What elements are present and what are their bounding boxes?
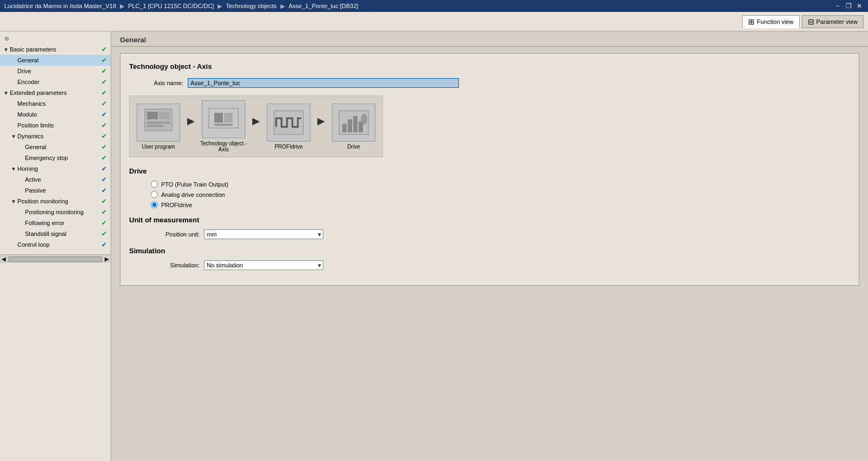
svg-rect-7 <box>224 113 233 123</box>
status-icon-green: ✔ <box>100 132 108 140</box>
status-icon-green: ✔ <box>100 45 108 54</box>
parameter-view-icon: ⊟ <box>808 17 814 26</box>
sidebar-item-dynamics[interactable]: ▼ Dynamics ✔ <box>0 131 111 142</box>
scroll-thumb[interactable] <box>9 257 102 262</box>
restore-button[interactable]: ❐ <box>844 2 853 10</box>
sidebar-item-label: General <box>25 144 100 150</box>
sidebar-item-label: Standstill signal <box>25 230 100 237</box>
drive-section-title: Drive <box>129 167 850 175</box>
minimize-button[interactable]: − <box>833 2 842 10</box>
sidebar-item-passive[interactable]: Passive ✔ <box>0 185 111 196</box>
sidebar-item-standstill-signal[interactable]: Standstill signal ✔ <box>0 228 111 239</box>
parameter-view-label: Parameter view <box>816 18 858 25</box>
svg-rect-1 <box>147 112 158 119</box>
sidebar-item-label: Basic parameters <box>10 46 100 53</box>
radio-analog-label: Analog drive connection <box>161 191 225 198</box>
svg-rect-9 <box>274 111 303 135</box>
sidebar-item-position-limits[interactable]: Position limits ✔ <box>0 120 111 131</box>
sidebar-item-extended-params[interactable]: ▼ Extended parameters ✔ <box>0 87 111 98</box>
status-icon-green: ✔ <box>100 99 108 108</box>
function-view-button[interactable]: ⊞ Function view <box>742 15 799 28</box>
diagram-label-user-prog: User program <box>142 144 175 150</box>
diagram-label-profidrive: PROFIdrive <box>275 144 303 150</box>
status-icon-blue: ✔ <box>100 110 108 119</box>
diagram-box-tech-obj: Technology object -Axis <box>199 100 248 152</box>
close-button[interactable]: ✕ <box>855 2 864 10</box>
title-part-3: Technology objects <box>226 3 277 9</box>
drive-icon <box>332 104 375 142</box>
diagram-label-tech-obj: Technology object -Axis <box>200 140 247 152</box>
sidebar-item-positioning-monitoring[interactable]: Positioning monitoring ✔ <box>0 207 111 217</box>
position-unit-select[interactable]: mm cm m inch ° <box>204 229 323 239</box>
status-icon-green: ✔ <box>100 208 108 216</box>
window-controls: − ❐ ✕ <box>833 2 864 10</box>
status-icon-blue: ✔ <box>100 186 108 195</box>
sidebar-item-label: Dynamics <box>17 133 100 139</box>
simulation-row: Simulation: No simulation Simulation wit… <box>129 260 850 270</box>
axis-name-row: Axis name: <box>129 78 850 88</box>
tech-object-icon <box>202 100 245 138</box>
status-icon-green: ✔ <box>100 88 108 97</box>
arrow-icon-3: ▶ <box>317 115 325 127</box>
sidebar-item-position-monitoring[interactable]: ▼ Position monitoring ✔ <box>0 196 111 207</box>
radio-analog[interactable] <box>151 191 158 198</box>
sidebar-item-following-error[interactable]: Following error ✔ <box>0 217 111 228</box>
status-icon-blue: ✔ <box>100 175 108 184</box>
svg-rect-13 <box>353 116 358 132</box>
status-icon-green: ✔ <box>100 56 108 65</box>
main-layout: ⚙ ▼ Basic parameters ✔ General ✔ Drive ✔… <box>0 31 868 461</box>
sidebar-item-dyn-general[interactable]: General ✔ <box>0 142 111 152</box>
sidebar-item-label: Modulo <box>17 111 100 118</box>
sidebar-item-label: Homing <box>17 165 100 172</box>
panel-title: Technology object - Axis <box>129 62 850 71</box>
function-view-icon: ⊞ <box>748 17 755 26</box>
toggle-icon: ▼ <box>10 199 17 204</box>
status-icon-blue: ✔ <box>100 240 108 249</box>
radio-row-analog: Analog drive connection <box>151 191 850 198</box>
radio-profidrive-label: PROFIdrive <box>161 202 192 208</box>
sidebar-item-mechanics[interactable]: Mechanics ✔ <box>0 98 111 109</box>
radio-pto[interactable] <box>151 181 158 188</box>
radio-row-profidrive: PROFIdrive <box>151 201 850 208</box>
user-program-icon <box>137 104 180 142</box>
simulation-select[interactable]: No simulation Simulation with virtual ax… <box>204 260 323 270</box>
status-icon-green: ✔ <box>100 197 108 206</box>
main-panel: Technology object - Axis Axis name: <box>120 53 859 286</box>
sidebar-item-label: Drive <box>17 68 100 74</box>
parameter-view-button[interactable]: ⊟ Parameter view <box>802 15 864 28</box>
radio-profidrive[interactable] <box>151 201 158 208</box>
sidebar-item-drive[interactable]: Drive ✔ <box>0 66 111 76</box>
scroll-left-button[interactable]: ◀ <box>0 256 8 262</box>
simulation-section-title: Simulation <box>129 247 850 255</box>
toggle-icon: ▼ <box>10 166 17 172</box>
sidebar-item-homing[interactable]: ▼ Homing ✔ <box>0 163 111 174</box>
title-text: Lucidatrice da Marmo in Isola Master_V18… <box>4 3 358 10</box>
diagram-box-drive: Drive <box>329 104 378 150</box>
position-unit-label: Position unit: <box>129 231 200 238</box>
sidebar-item-label: Encoder <box>17 79 100 85</box>
toggle-icon: ▼ <box>2 47 10 53</box>
status-icon-green: ✔ <box>100 78 108 86</box>
sidebar-item-active[interactable]: Active ✔ <box>0 174 111 185</box>
sidebar-item-encoder[interactable]: Encoder ✔ <box>0 76 111 87</box>
unit-section-title: Unit of measurement <box>129 216 850 224</box>
sidebar-item-modulo[interactable]: Modulo ✔ <box>0 109 111 120</box>
title-part-4: Asse_1_Ponte_luc [DB32] <box>289 3 358 9</box>
status-icon-green: ✔ <box>100 67 108 75</box>
title-bar: Lucidatrice da Marmo in Isola Master_V18… <box>0 0 868 12</box>
scroll-right-button[interactable]: ▶ <box>103 256 111 262</box>
sidebar-item-basic-params[interactable]: ▼ Basic parameters ✔ <box>0 44 111 55</box>
svg-rect-4 <box>159 112 170 119</box>
svg-rect-2 <box>147 121 170 124</box>
sidebar-item-label: Position monitoring <box>17 198 100 204</box>
sidebar-item-general[interactable]: General ✔ <box>0 55 111 66</box>
sidebar-item-control-loop[interactable]: Control loop ✔ <box>0 239 111 250</box>
diagram-box-profidrive: PROFIdrive <box>264 104 313 150</box>
svg-rect-8 <box>214 124 233 126</box>
content-area: General Technology object - Axis Axis na… <box>111 31 868 461</box>
status-icon-green: ✔ <box>100 153 108 162</box>
sidebar-item-emergency-stop[interactable]: Emergency stop ✔ <box>0 152 111 163</box>
sidebar-item-label: Emergency stop <box>25 155 100 161</box>
axis-name-input[interactable] <box>188 78 459 88</box>
title-part-2: PLC_1 [CPU 1215C DC/DC/DC] <box>128 3 214 9</box>
